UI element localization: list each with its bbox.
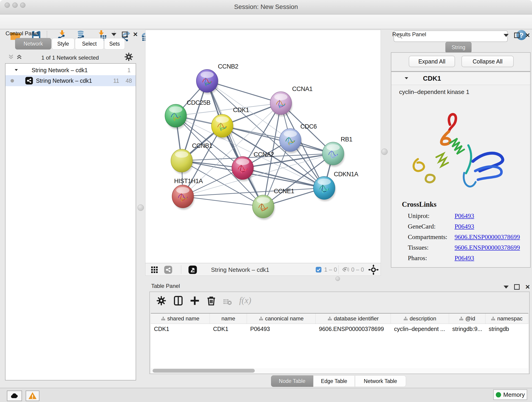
network-panel-gear-icon[interactable] — [124, 52, 133, 62]
table-cell: 9606.ENSP00000378699 — [316, 324, 391, 334]
crosslink-link[interactable]: P06493 — [455, 223, 474, 230]
node-label: RB1 — [341, 136, 352, 143]
tab-select[interactable]: Select — [75, 38, 104, 50]
tab-node-table[interactable]: Node Table — [271, 375, 313, 387]
add-column-icon[interactable] — [190, 296, 200, 307]
crosslink-label: Pharos: — [408, 254, 455, 262]
tab-network-table[interactable]: Network Table — [355, 375, 406, 387]
control-panel-tabs: NetworkStyleSelectSets — [15, 38, 125, 50]
expand-all-button[interactable]: Expand All — [409, 56, 455, 67]
table-cell: P06493 — [247, 324, 316, 334]
right-splitter-handle[interactable] — [381, 148, 388, 155]
network-canvas[interactable]: CCNB2CCNA1CDC25BCDK1CDC6RB1CCNB1CCNA2CDK… — [145, 30, 381, 263]
application-window: Session: New Session — [0, 0, 532, 402]
shared-column-icon — [404, 317, 408, 321]
memory-button[interactable]: Memory — [493, 389, 527, 400]
shared-column-icon — [328, 317, 332, 321]
crosslink-label: Tissues: — [408, 244, 455, 251]
node-CCNE1[interactable] — [253, 195, 275, 220]
column-header--id[interactable]: @id — [449, 313, 486, 324]
left-splitter-handle[interactable] — [138, 204, 144, 211]
node-CDK1[interactable] — [211, 114, 234, 139]
collapse-panel-icon[interactable] — [504, 286, 509, 288]
node-RB1[interactable] — [322, 142, 345, 167]
column-header-namespac[interactable]: namespac — [486, 313, 528, 324]
node-CCNB2[interactable] — [196, 70, 219, 94]
float-panel-icon[interactable] — [122, 32, 127, 37]
network-graph[interactable]: CCNB2CCNA1CDC25BCDK1CDC6RB1CCNB1CCNA2CDK… — [146, 30, 380, 263]
table-horizontal-scrollbar[interactable] — [151, 368, 528, 374]
collapse-panel-icon[interactable] — [504, 34, 509, 37]
entry-header[interactable]: CDK1 — [391, 72, 530, 85]
crosslink-link[interactable]: P06493 — [455, 212, 474, 220]
edge-CCNB2-CCNE1[interactable] — [207, 81, 263, 206]
close-panel-icon[interactable]: ✕ — [133, 32, 138, 36]
node-CDKN1A[interactable] — [313, 177, 336, 201]
column-header-shared-name[interactable]: shared name — [151, 313, 210, 324]
node-label: HIST1H1A — [174, 178, 203, 185]
tab-network[interactable]: Network — [15, 38, 51, 50]
cloud-button[interactable] — [7, 390, 22, 401]
table-cell: cyclin–dependent ... — [391, 324, 449, 334]
memory-label: Memory — [503, 391, 525, 398]
selected-checkbox-icon[interactable] — [316, 267, 322, 274]
close-panel-icon[interactable]: ✕ — [525, 285, 530, 289]
delete-column-icon[interactable] — [206, 296, 216, 307]
column-header-canonical-name[interactable]: canonical name — [247, 313, 316, 324]
node-CCNB1[interactable] — [171, 149, 193, 174]
function-builder-icon: f(x) — [239, 295, 251, 305]
collapse-all-networks-icon[interactable] — [8, 54, 14, 61]
table-cell: CDK1 — [210, 324, 247, 334]
entry-collapse-icon[interactable] — [404, 76, 409, 81]
node-CCNA1[interactable] — [270, 92, 292, 116]
table-row[interactable]: CDK1CDK1P064939606.ENSP00000378699cyclin… — [151, 324, 528, 334]
edge-count: 48 — [126, 77, 132, 84]
node-label: CDK1 — [233, 107, 249, 114]
column-header-name[interactable]: name — [210, 313, 247, 324]
table-settings-gear-icon[interactable] — [156, 296, 166, 307]
show-columns-icon[interactable] — [173, 296, 183, 307]
float-panel-icon[interactable] — [514, 32, 520, 38]
column-header-description[interactable]: description — [391, 313, 449, 324]
tab-string[interactable]: String — [445, 42, 472, 53]
node-label: CDC6 — [300, 123, 317, 130]
expand-all-networks-icon[interactable] — [16, 54, 22, 61]
column-header-label: shared name — [167, 315, 199, 322]
scrollbar-thumb[interactable] — [152, 369, 255, 373]
node-CDC25B[interactable] — [165, 104, 187, 129]
protein-structure-image — [404, 104, 514, 198]
share-network-icon[interactable] — [164, 265, 172, 275]
fit-content-crosshair-icon[interactable] — [368, 264, 379, 276]
network-row-selected[interactable]: String Network – cdk1 11 48 — [6, 75, 136, 86]
results-panel-title: Results Panel — [392, 31, 426, 38]
open-in-window-icon[interactable] — [188, 265, 197, 275]
table-panel: f(x) shared namenamecanonical namedataba… — [149, 292, 530, 374]
tab-sets[interactable]: Sets — [104, 38, 125, 50]
float-panel-icon[interactable] — [514, 284, 520, 290]
node-CDC6[interactable] — [279, 128, 302, 153]
delete-table-icon — [223, 297, 232, 307]
crosslink-link[interactable]: P06493 — [455, 254, 474, 262]
collapse-panel-icon[interactable] — [111, 33, 116, 36]
column-header-database-identifier[interactable]: database identifier — [316, 313, 391, 324]
network-collection-row[interactable]: String Network – cdk1 1 — [6, 65, 136, 75]
edge-CCNE1-HIST1H1A[interactable] — [183, 196, 263, 206]
tab-edge-table[interactable]: Edge Table — [313, 375, 355, 387]
crosslink-link[interactable]: 9606.ENSP00000378699 — [455, 244, 520, 251]
tree-expand-icon[interactable] — [14, 68, 18, 72]
shared-column-icon — [459, 317, 463, 321]
bottom-splitter-handle[interactable] — [336, 276, 340, 281]
grid-view-icon[interactable] — [151, 266, 158, 274]
shared-column-icon — [161, 317, 165, 321]
collapse-all-button[interactable]: Collapse All — [462, 56, 514, 67]
node-HIST1H1A[interactable] — [172, 185, 194, 210]
edge-CDK1-RB1[interactable] — [222, 126, 333, 153]
network-label: String Network – cdk1 — [36, 77, 92, 84]
crosslink-link[interactable]: 9606.ENSP00000378699 — [455, 233, 520, 241]
close-panel-icon[interactable]: ✕ — [525, 33, 530, 37]
warnings-button[interactable] — [26, 390, 39, 401]
memory-status-dot — [496, 392, 501, 397]
node-label: CCNB2 — [218, 63, 238, 70]
tab-style[interactable]: Style — [52, 38, 75, 50]
network-view-title: String Network – cdk1 — [211, 266, 269, 274]
